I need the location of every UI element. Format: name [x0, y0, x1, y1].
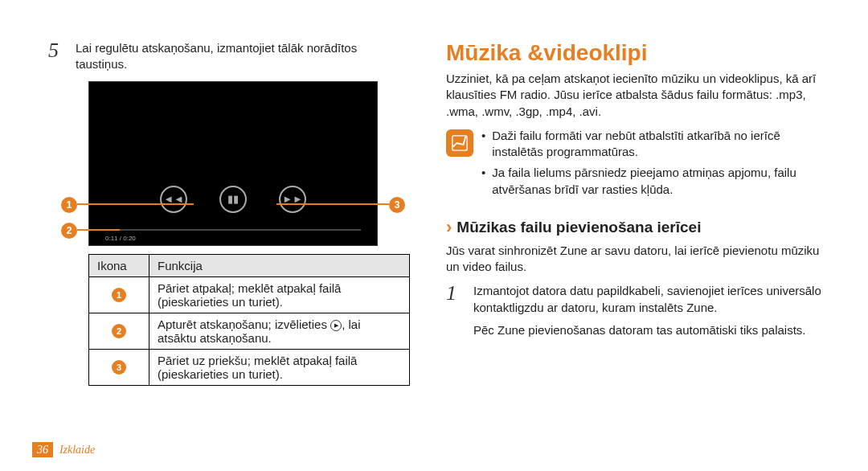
page-footer: 36 Izklaide: [32, 443, 95, 457]
subsection-intro: Jūs varat sinhronizēt Zune ar savu dator…: [446, 243, 832, 276]
step-5-text: Lai regulētu atskaņošanu, izmantojiet tā…: [76, 40, 410, 73]
callout-line: [77, 203, 194, 205]
chevron-icon: ›: [446, 217, 452, 238]
row-text-3: Pāriet uz priekšu; meklēt atpakaļ failā …: [149, 349, 410, 385]
controls-table: Ikona Funkcija 1 Pāriet atpakaļ; meklēt …: [88, 254, 410, 386]
table-row: 3 Pāriet uz priekšu; meklēt atpakaļ fail…: [89, 349, 410, 385]
callout-1: 1: [61, 197, 77, 213]
row-icon-3: 3: [112, 360, 126, 375]
note-item-1: Daži failu formāti var nebūt atbalstīti …: [492, 128, 832, 161]
table-row: 2 Apturēt atskaņošanu; izvēlieties ▶, la…: [89, 313, 410, 349]
page-title: Mūzika &videoklipi: [446, 40, 832, 66]
row-text-1: Pāriet atpakaļ; meklēt atpakaļ failā (pi…: [149, 276, 410, 313]
player-time: 0:11 / 0:20: [105, 235, 136, 242]
step-number-5: 5: [48, 40, 66, 73]
video-player: ◄◄ ▮▮ ►► 0:11 / 0:20 1 2 3: [88, 81, 378, 246]
table-header-fn: Funkcija: [149, 254, 410, 276]
rewind-button[interactable]: ◄◄: [160, 186, 187, 213]
subsection-title: Mūzikas failu pievienošana ierīcei: [457, 219, 701, 236]
note-item-2: Ja faila lielums pārsniedz pieejamo atmi…: [492, 165, 832, 198]
step-1-after: Pēc Zune pievienošanas datoram tas autom…: [473, 322, 832, 338]
row-icon-2: 2: [112, 324, 126, 338]
table-header-icon: Ikona: [89, 254, 149, 276]
callout-line: [276, 203, 389, 205]
callout-3: 3: [389, 197, 405, 213]
row-text-2: Apturēt atskaņošanu; izvēlieties ▶, lai …: [149, 313, 410, 349]
play-icon: ▶: [330, 320, 342, 331]
pause-button[interactable]: ▮▮: [219, 186, 247, 213]
callout-line: [77, 229, 109, 231]
callout-2: 2: [61, 223, 77, 239]
step-number-1: 1: [446, 283, 464, 338]
table-row: 1 Pāriet atpakaļ; meklēt atpakaļ failā (…: [89, 276, 410, 313]
note-icon: [446, 129, 473, 157]
section-name: Izklaide: [59, 444, 95, 456]
step-1-text: Izmantojot datora datu papildkabeli, sav…: [473, 283, 832, 316]
forward-button[interactable]: ►►: [279, 186, 306, 213]
intro-paragraph: Uzziniet, kā pa ceļam atskaņot iecienīto…: [446, 71, 832, 120]
note-content: Daži failu formāti var nebūt atbalstīti …: [481, 128, 832, 203]
progress-bar[interactable]: [105, 229, 361, 231]
row-icon-1: 1: [112, 288, 126, 302]
page-number: 36: [32, 442, 53, 457]
